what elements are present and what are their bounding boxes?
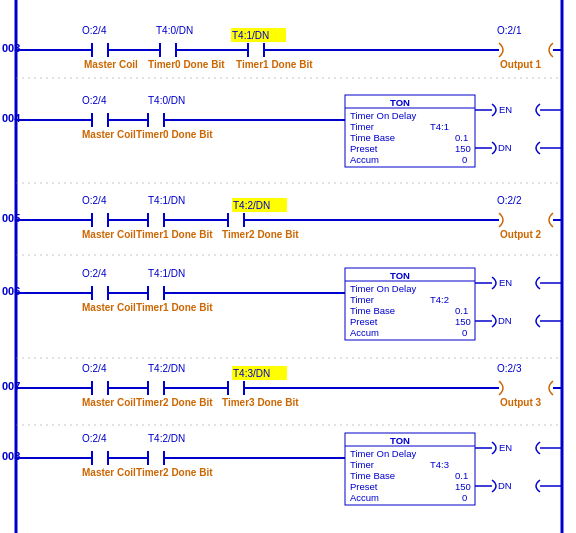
r003-c3-highlight [231,28,286,42]
r008-c2-top: T4:2/DN [148,433,185,444]
ton-008-acc-lbl: Accum [350,492,379,503]
ton-006-box [345,268,475,340]
r006-c1-top: O:2/4 [82,268,107,279]
ton-004-pre-lbl: Preset [350,143,378,154]
ton-006-tb-val: 0.1 [455,305,468,316]
ton-006-timer-val: T4:2 [430,294,449,305]
ton-004-subtitle: Timer On Delay [350,110,416,121]
ton-004-pre-val: 150 [455,143,471,154]
ton-004-dn: DN [498,142,512,153]
ton-004-acc-lbl: Accum [350,154,379,165]
r007-c2-top: T4:2/DN [148,363,185,374]
r003-c2-bot: Timer0 Done Bit [148,59,225,70]
rung-003-label: 003 [2,42,20,54]
ton-008-timer-lbl: Timer [350,459,374,470]
ton-008-box [345,433,475,505]
r007-c2-bot: Timer2 Done Bit [136,397,213,408]
r003-out-top: O:2/1 [497,25,522,36]
ton-008-subtitle: Timer On Delay [350,448,416,459]
r005-c3-highlight [232,198,287,212]
r006-c2-bot: Timer1 Done Bit [136,302,213,313]
ladder-svg: 003 O:2/4 Master Coil T4:0/DN Timer0 Don… [0,0,576,533]
ladder-diagram: 003 O:2/4 Master Coil T4:0/DN Timer0 Don… [0,0,576,533]
r004-c1-bot: Master Coil [82,129,136,140]
r006-c1-bot: Master Coil [82,302,136,313]
rung-008-label: 008 [2,450,20,462]
r004-c1-top: O:2/4 [82,95,107,106]
r007-out-bot: Output 3 [500,397,542,408]
r005-c2-bot: Timer1 Done Bit [136,229,213,240]
rung-006-label: 006 [2,285,20,297]
r008-c2-bot: Timer2 Done Bit [136,467,213,478]
r007-c1-top: O:2/4 [82,363,107,374]
r004-c2-top: T4:0/DN [148,95,185,106]
r003-c1-top: O:2/4 [82,25,107,36]
r007-c3-bot: Timer3 Done Bit [222,397,299,408]
ton-004-tb-val: 0.1 [455,132,468,143]
r005-c2-top: T4:1/DN [148,195,185,206]
rung-005-label: 005 [2,212,20,224]
ton-006-acc-lbl: Accum [350,327,379,338]
ton-004-title: TON [390,97,410,108]
ton-008-timer-val: T4:3 [430,459,449,470]
rung-004-label: 004 [2,112,21,124]
ton-008-en: EN [499,442,512,453]
r005-c3-bot: Timer2 Done Bit [222,229,299,240]
r006-c2-top: T4:1/DN [148,268,185,279]
r005-c1-bot: Master Coil [82,229,136,240]
r005-c3-top: T4:2/DN [233,200,270,211]
r005-c1-top: O:2/4 [82,195,107,206]
ton-008-acc-val: 0 [462,492,467,503]
r007-c1-bot: Master Coil [82,397,136,408]
ton-008-dn: DN [498,480,512,491]
ton-006-pre-lbl: Preset [350,316,378,327]
r007-c3-highlight [232,366,287,380]
ton-006-timer-lbl: Timer [350,294,374,305]
ton-004-en: EN [499,104,512,115]
ton-006-tb-lbl: Time Base [350,305,395,316]
ton-008-tb-val: 0.1 [455,470,468,481]
ton-004-timer-lbl: Timer [350,121,374,132]
r003-out-bot: Output 1 [500,59,542,70]
ton-008-pre-val: 150 [455,481,471,492]
ton-008-title: TON [390,435,410,446]
r005-out-top: O:2/2 [497,195,522,206]
r008-c1-bot: Master Coil [82,467,136,478]
rung-007-label: 007 [2,380,20,392]
ton-006-pre-val: 150 [455,316,471,327]
r003-c1-bot: Master Coil [84,59,138,70]
r007-c3-top: T4:3/DN [233,368,270,379]
ton-004-acc-val: 0 [462,154,467,165]
r004-c2-bot: Timer0 Done Bit [136,129,213,140]
ton-006-subtitle: Timer On Delay [350,283,416,294]
ton-006-acc-val: 0 [462,327,467,338]
r003-c2-top: T4:0/DN [156,25,193,36]
r005-out-bot: Output 2 [500,229,542,240]
r003-c3-bot: Timer1 Done Bit [236,59,313,70]
ton-004-timer-val: T4:1 [430,121,449,132]
ton-004-tb-lbl: Time Base [350,132,395,143]
ton-006-en: EN [499,277,512,288]
r008-c1-top: O:2/4 [82,433,107,444]
ton-004-box [345,95,475,167]
ton-008-pre-lbl: Preset [350,481,378,492]
r003-c3-top: T4:1/DN [232,30,269,41]
ton-006-dn: DN [498,315,512,326]
ton-006-title: TON [390,270,410,281]
ton-008-tb-lbl: Time Base [350,470,395,481]
r007-out-top: O:2/3 [497,363,522,374]
